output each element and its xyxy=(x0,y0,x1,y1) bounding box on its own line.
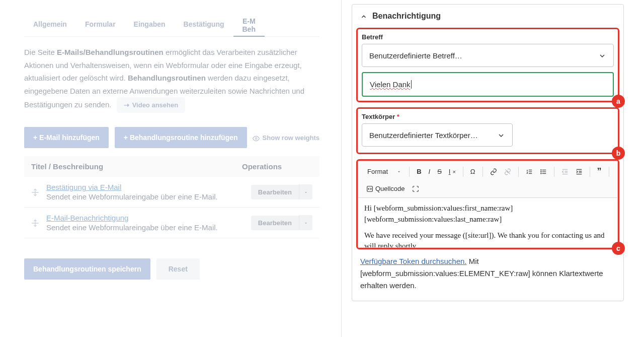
body-label: Textkörper * xyxy=(362,113,614,120)
handler-link[interactable]: Bestätigung via E-Mail xyxy=(46,183,121,191)
handler-description: Sendet eine Webformulareingabe über eine… xyxy=(46,223,244,232)
token-help: Verfügbare Token durchsuchen. Mit [webfo… xyxy=(352,255,623,292)
chevron-up-icon xyxy=(360,12,367,21)
tab-eingaben[interactable]: Eingaben xyxy=(125,14,175,36)
chevron-down-icon xyxy=(497,130,505,140)
video-link-icon: ⇢ xyxy=(124,101,129,109)
body-select-section: Textkörper * Benutzerdefinierter Textkör… xyxy=(356,107,619,154)
subject-section: Betreff Benutzerdefinierte Betreff… Viel… xyxy=(356,28,619,102)
body-editor[interactable]: Hi [webform_submission:values:first_name… xyxy=(358,197,618,248)
outdent-icon[interactable] xyxy=(558,166,572,177)
annotation-badge-b: b xyxy=(612,147,625,160)
body-editor-section: Format B I S I× Ω xyxy=(356,159,619,249)
intro-text: Die Seite E-Mails/Behandlungsroutinen er… xyxy=(24,46,319,113)
maximize-icon[interactable] xyxy=(409,183,422,194)
watch-video-button[interactable]: ⇢ Video ansehen xyxy=(117,97,186,113)
card-title: Benachrichtigung xyxy=(372,12,441,21)
editor-toolbar: Format B I S I× Ω xyxy=(358,161,618,197)
ordered-list-icon[interactable] xyxy=(523,166,536,177)
tab-email-beh[interactable]: E-M Beh xyxy=(233,14,265,36)
source-button[interactable]: Quellcode xyxy=(363,183,408,194)
add-handler-button[interactable]: + Behandlungsroutine hinzufügen xyxy=(115,127,247,148)
drag-handle-icon[interactable] xyxy=(31,187,39,196)
col-operations: Operations xyxy=(242,162,312,171)
browse-tokens-link[interactable]: Verfügbare Token durchsuchen. xyxy=(360,257,467,265)
unordered-list-icon[interactable] xyxy=(537,166,550,177)
tab-bar: Allgemein Formular Eingaben Bestätigung … xyxy=(24,14,319,37)
svg-point-0 xyxy=(255,138,257,140)
blockquote-icon[interactable]: ” xyxy=(594,164,605,179)
handler-link[interactable]: E-Mail-Benachrichtigung xyxy=(46,214,128,222)
subject-label: Betreff xyxy=(362,33,614,41)
table-row: Bestätigung via E-Mail Sendet eine Webfo… xyxy=(24,177,319,208)
svg-point-9 xyxy=(540,173,541,173)
format-select[interactable]: Format xyxy=(363,166,405,177)
tab-allgemein[interactable]: Allgemein xyxy=(24,14,76,36)
add-email-button[interactable]: + E-Mail hinzufügen xyxy=(24,127,109,148)
card-header[interactable]: Benachrichtigung xyxy=(352,5,623,28)
detail-panel: Benachrichtigung Betreff Benutzerdefinie… xyxy=(341,0,644,337)
edit-dropdown-icon[interactable] xyxy=(299,215,312,230)
edit-dropdown-icon[interactable] xyxy=(299,184,312,199)
handlers-table: Titel / Beschreibung Operations Bestätig… xyxy=(24,156,319,238)
tab-formular[interactable]: Formular xyxy=(76,14,125,36)
indent-icon[interactable] xyxy=(573,166,586,177)
table-row: E-Mail-Benachrichtigung Sendet eine Webf… xyxy=(24,208,319,238)
body-select[interactable]: Benutzerdefinierter Textkörper… xyxy=(362,123,513,147)
table-header: Titel / Beschreibung Operations xyxy=(24,156,319,177)
chevron-down-icon xyxy=(598,51,606,60)
notification-card: Benachrichtigung Betreff Benutzerdefinie… xyxy=(352,4,624,301)
svg-point-7 xyxy=(540,169,541,170)
unlink-icon[interactable] xyxy=(501,166,514,177)
remove-format-icon[interactable]: I× xyxy=(446,166,459,177)
link-icon[interactable] xyxy=(487,166,500,177)
edit-button[interactable]: Bearbeiten xyxy=(251,216,299,230)
drag-handle-icon[interactable] xyxy=(31,218,39,227)
italic-icon[interactable]: I xyxy=(426,166,434,177)
reset-button[interactable]: Reset xyxy=(156,258,200,280)
strikethrough-icon[interactable]: S xyxy=(434,166,445,177)
edit-button[interactable]: Bearbeiten xyxy=(251,185,299,199)
save-handlers-button[interactable]: Behandlungsroutinen speichern xyxy=(24,258,150,280)
eye-icon xyxy=(253,134,260,142)
col-title: Titel / Beschreibung xyxy=(31,162,242,171)
annotation-badge-c: c xyxy=(612,242,625,255)
subject-input[interactable]: Vielen Dank xyxy=(362,72,614,97)
handler-description: Sendet eine Webformulareingabe über eine… xyxy=(46,192,244,201)
tab-bestaetigung[interactable]: Bestätigung xyxy=(175,14,233,36)
bold-icon[interactable]: B xyxy=(414,166,424,177)
main-config-panel: Allgemein Formular Eingaben Bestätigung … xyxy=(0,0,340,337)
annotation-badge-a: a xyxy=(612,95,625,108)
special-char-icon[interactable]: Ω xyxy=(467,166,478,177)
subject-select[interactable]: Benutzerdefinierte Betreff… xyxy=(362,44,614,67)
show-row-weights-link[interactable]: Show row weights xyxy=(253,134,319,142)
svg-point-8 xyxy=(540,171,541,172)
